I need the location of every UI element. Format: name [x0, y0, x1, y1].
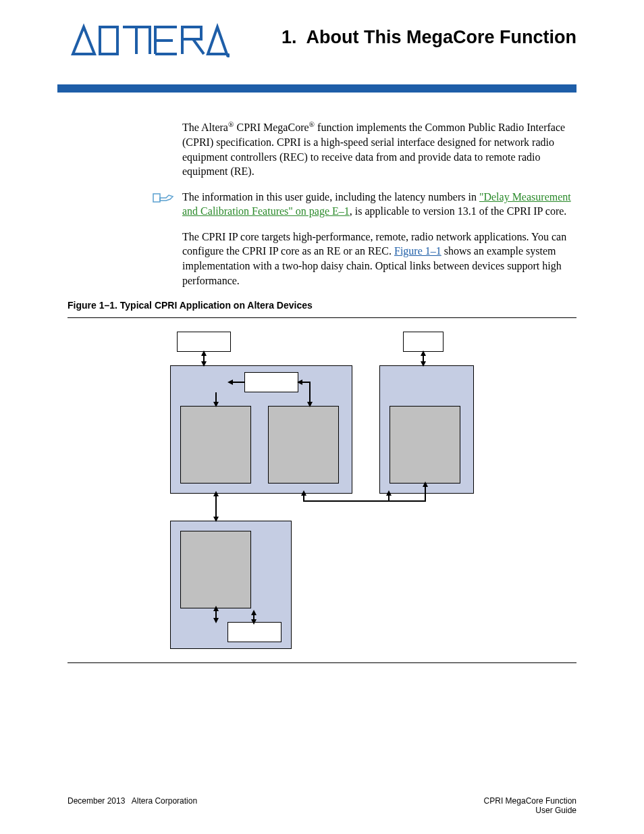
figure-caption: Figure 1–1. Typical CPRI Application on …: [68, 300, 576, 311]
footer-right: CPRI MegaCore FunctionUser Guide: [484, 796, 576, 815]
diagram-box: [403, 332, 444, 352]
diagram-box: [180, 531, 251, 608]
link-figure-1-1[interactable]: Figure 1–1: [394, 245, 441, 257]
svg-rect-0: [100, 27, 117, 54]
diagram-box: [177, 332, 231, 352]
note-hand-icon: [68, 190, 182, 219]
diagram-box: [180, 406, 251, 484]
target-paragraph: The CPRI IP core targets high-performanc…: [182, 230, 576, 288]
diagram-box: [268, 406, 339, 484]
page-header: 1. About This MegaCore Function: [0, 0, 644, 61]
body-content: The Altera® CPRI MegaCore® function impl…: [0, 93, 644, 663]
note-block: The information in this user guide, incl…: [68, 190, 576, 219]
diagram-box: [390, 406, 460, 484]
diagram-box: [227, 622, 281, 642]
svg-rect-3: [153, 194, 160, 202]
header-rule: [57, 84, 576, 93]
diagram-box: [244, 372, 298, 392]
chapter-title: 1. About This MegaCore Function: [281, 20, 576, 48]
page-footer: December 2013 Altera Corporation CPRI Me…: [68, 796, 576, 815]
figure-1-1: [68, 317, 576, 663]
diagram-canvas: [163, 332, 481, 649]
altera-logo: [68, 20, 230, 61]
footer-left: December 2013 Altera Corporation: [68, 796, 197, 815]
intro-paragraph: The Altera® CPRI MegaCore® function impl…: [182, 120, 576, 179]
note-text: The information in this user guide, incl…: [182, 190, 576, 219]
